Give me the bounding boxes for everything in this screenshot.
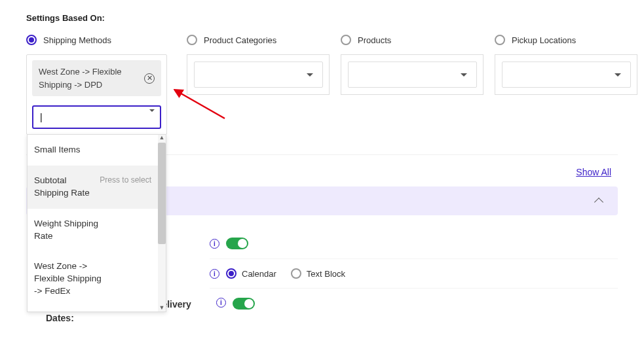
radio-text-block[interactable]: Text Block	[291, 268, 345, 279]
pickup-locations-select[interactable]	[502, 62, 631, 88]
chevron-down-icon	[615, 73, 621, 77]
radio-icon	[226, 268, 237, 279]
radio-icon	[495, 35, 505, 45]
radio-pickup-locations[interactable]: Pickup Locations	[495, 35, 644, 45]
products-select[interactable]	[348, 62, 477, 88]
dropdown-panel: Small Items Subtotal Shipping Rate Press…	[27, 134, 166, 312]
settings-radio-row: Shipping Methods West Zone -> Flexible S…	[26, 35, 618, 135]
scroll-up-icon[interactable]: ▲	[158, 135, 166, 141]
radio-shipping-methods[interactable]: Shipping Methods	[26, 35, 180, 45]
scrollbar[interactable]: ▲ ▼	[158, 135, 166, 311]
show-all-link[interactable]: Show All	[576, 167, 611, 177]
radio-product-categories[interactable]: Product Categories	[187, 35, 341, 45]
radio-label: Pickup Locations	[512, 35, 576, 45]
radio-icon	[341, 35, 351, 45]
radio-icon	[291, 268, 301, 279]
close-icon[interactable]: ✕	[144, 73, 155, 84]
dropdown-item[interactable]: Small Items	[28, 135, 158, 166]
scroll-down-icon[interactable]: ▼	[158, 305, 166, 311]
radio-label: Product Categories	[204, 35, 276, 45]
chevron-down-icon	[307, 73, 313, 77]
toggle-switch[interactable]	[233, 298, 255, 310]
radio-label: Calendar	[242, 269, 276, 279]
selected-chip: West Zone -> Flexible Shipping -> DPD ✕	[32, 60, 161, 96]
chevron-up-icon	[594, 198, 603, 207]
radio-calendar[interactable]: Calendar	[226, 268, 276, 279]
chevron-down-icon	[461, 73, 467, 77]
radio-label: Shipping Methods	[43, 35, 111, 45]
radio-label: Text Block	[307, 269, 345, 279]
radio-icon	[26, 35, 37, 45]
dropdown-hint: Press to select	[96, 175, 151, 186]
radio-products[interactable]: Products	[341, 35, 495, 45]
info-icon[interactable]: i	[216, 298, 226, 308]
dropdown-item[interactable]: West Zone -> T	[28, 307, 158, 311]
dropdown-item[interactable]: Subtotal Shipping Rate Press to select	[28, 166, 158, 209]
radio-icon	[187, 35, 197, 45]
toggle-switch[interactable]	[226, 238, 248, 249]
dropdown-list: Small Items Subtotal Shipping Rate Press…	[28, 135, 158, 311]
shipping-methods-multiselect[interactable]: West Zone -> Flexible Shipping -> DPD ✕ …	[26, 54, 167, 135]
info-icon[interactable]: i	[210, 239, 219, 249]
product-categories-select[interactable]	[194, 62, 323, 88]
dropdown-item[interactable]: Weight Shipping Rate	[28, 209, 158, 252]
chip-text: West Zone -> Flexible Shipping -> DPD	[39, 65, 139, 91]
multiselect-search-input[interactable]	[32, 105, 161, 129]
scroll-thumb[interactable]	[158, 143, 166, 244]
info-icon[interactable]: i	[210, 269, 219, 279]
dropdown-item[interactable]: West Zone -> Flexible Shipping -> FedEx	[28, 251, 158, 307]
radio-label: Products	[358, 35, 391, 45]
section-title: Settings Based On:	[26, 13, 618, 23]
